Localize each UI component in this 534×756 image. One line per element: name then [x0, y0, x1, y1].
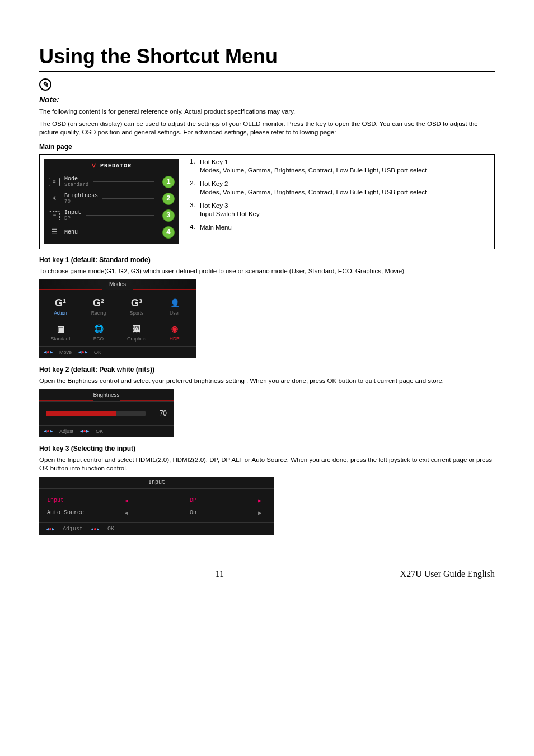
mode-icon: ≡	[49, 178, 60, 186]
joystick-ok-icon	[91, 526, 100, 533]
brightness-foot-adjust: Adjust	[59, 428, 73, 434]
input-value: DP	[133, 497, 253, 503]
note-icon: ✎	[39, 78, 51, 91]
brightness-value: 70	[151, 409, 167, 417]
mode-hdr-label: HDR	[157, 336, 193, 342]
brightness-icon: ☀	[49, 194, 60, 203]
mainpage-figure: ᐯ PREDATOR ≡ ModeStandard 1 ☀ Brightness…	[39, 154, 495, 249]
hk4-num: 4.	[190, 223, 200, 232]
joystick-adjust-icon	[44, 428, 53, 435]
joystick-ok-icon	[78, 349, 87, 356]
osd-input-label: Input	[64, 209, 81, 216]
input-foot-adjust: Adjust	[63, 526, 83, 532]
brightness-panel: Brightness 70 Adjust OK	[39, 389, 174, 437]
callout-3: 3	[162, 209, 175, 222]
mode-action-label: Action	[43, 310, 78, 316]
input-row-input[interactable]: Input ◀ DP ▶	[39, 494, 274, 507]
joystick-ok-icon	[80, 428, 89, 435]
mode-standard-icon: ▣	[43, 323, 78, 335]
intro-text-1: The following content is for general ref…	[39, 108, 495, 116]
hk2-heading: Hot key 2 (default: Peak white (nits))	[39, 366, 495, 374]
osd-row-menu[interactable]: ☰ Menu 4	[44, 224, 179, 241]
arrow-right-icon[interactable]: ▶	[253, 497, 266, 504]
mode-sports[interactable]: G³Sports	[118, 295, 156, 318]
osd-mode-value: Standard	[64, 182, 88, 188]
callout-2: 2	[162, 193, 175, 205]
callout-4: 4	[162, 226, 175, 239]
osd-logo: PREDATOR	[100, 163, 132, 169]
osd-row-input[interactable]: ⋯ InputDP 3	[44, 207, 179, 224]
osd-mode-label: Mode	[64, 176, 88, 182]
input-label: Input	[47, 497, 120, 503]
osd-row-mode[interactable]: ≡ ModeStandard 1	[44, 174, 179, 190]
brightness-foot-ok: OK	[96, 428, 103, 434]
menu-icon: ☰	[49, 228, 60, 236]
brightness-slider[interactable]	[46, 411, 146, 416]
hk2-num: 2.	[190, 180, 200, 197]
mode-standard[interactable]: ▣Standard	[41, 320, 79, 344]
hk1-description: To choose game mode(G1, G2, G3) which us…	[39, 267, 495, 276]
mode-eco-icon: 🌐	[81, 323, 116, 335]
input-row-autosource[interactable]: Auto Source ◀ On ▶	[39, 507, 274, 519]
mode-user-icon: 👤	[157, 297, 193, 309]
mode-graphics[interactable]: 🖼Graphics	[118, 320, 156, 344]
mode-g2-icon: G²	[81, 297, 116, 309]
mode-hdr[interactable]: ◉HDR	[156, 320, 194, 344]
hk1-heading: Hot key 1 (default: Standard mode)	[39, 256, 495, 264]
osd-main-panel: ᐯ PREDATOR ≡ ModeStandard 1 ☀ Brightness…	[44, 159, 179, 244]
hk3-title: Hot Key 3	[200, 202, 489, 211]
modes-panel-title: Modes	[39, 279, 196, 290]
hk1-num: 1.	[190, 158, 200, 175]
page-title: Using the Shortcut Menu	[39, 45, 495, 72]
hk2-desc: Modes, Volume, Gamma, Brightness, Contra…	[200, 188, 489, 197]
mode-g3-icon: G³	[119, 297, 154, 309]
mode-graphics-icon: 🖼	[119, 323, 154, 335]
input-panel: Input Input ◀ DP ▶ Auto Source ◀ On ▶ Ad…	[39, 477, 274, 535]
hk3-heading: Hot key 3 (Selecting the input)	[39, 445, 495, 452]
osd-brightness-label: Brightness	[64, 193, 98, 199]
hk1-desc: Modes, Volume, Gamma, Brightness, Contra…	[200, 166, 489, 175]
mode-racing-label: Racing	[81, 310, 116, 316]
mode-eco[interactable]: 🌐ECO	[79, 320, 118, 344]
modes-foot-move: Move	[59, 349, 72, 355]
arrow-left-icon[interactable]: ◀	[120, 497, 133, 504]
joystick-move-icon	[44, 349, 53, 356]
mainpage-heading: Main page	[39, 143, 495, 151]
mode-user-label: User	[157, 310, 193, 316]
mode-sports-label: Sports	[119, 310, 154, 316]
input-panel-title: Input	[39, 477, 274, 489]
input-icon: ⋯	[49, 211, 60, 220]
hk3-num: 3.	[190, 202, 200, 219]
osd-menu-label: Menu	[64, 229, 78, 235]
joystick-adjust-icon	[46, 526, 55, 533]
modes-panel: Modes G¹Action G²Racing G³Sports 👤User ▣…	[39, 279, 196, 358]
osd-row-brightness[interactable]: ☀ Brightness70 2	[44, 190, 179, 207]
hk3-desc: Input Switch Hot Key	[200, 210, 489, 219]
intro-text-2: The OSD (on screen display) can be used …	[39, 120, 495, 137]
callout-1: 1	[162, 176, 175, 188]
osd-brightness-value: 70	[64, 199, 98, 204]
input-foot-ok: OK	[107, 526, 114, 532]
mode-eco-label: ECO	[81, 336, 116, 342]
note-label: Note:	[39, 95, 495, 104]
hk2-description: Open the Brightness control and select y…	[39, 377, 495, 386]
page-footer: 11 X27U User Guide English	[39, 569, 495, 579]
hk3-description: Open the Input control and select HDMI1(…	[39, 456, 495, 473]
arrow-right-icon[interactable]: ▶	[253, 510, 266, 516]
modes-foot-ok: OK	[94, 349, 101, 355]
autosource-value: On	[133, 510, 253, 516]
hk4-title: Main Menu	[200, 223, 489, 232]
page-number: 11	[216, 569, 224, 579]
osd-input-value: DP	[64, 216, 81, 221]
mode-standard-label: Standard	[43, 336, 78, 342]
mode-g1-icon: G¹	[43, 297, 78, 309]
mode-action[interactable]: G¹Action	[41, 295, 79, 318]
mode-hdr-icon: ◉	[157, 323, 193, 335]
guide-title: X27U User Guide English	[400, 569, 495, 579]
autosource-label: Auto Source	[47, 510, 120, 516]
mode-user[interactable]: 👤User	[156, 295, 194, 318]
hk1-title: Hot Key 1	[200, 158, 489, 167]
mode-racing[interactable]: G²Racing	[79, 295, 118, 318]
arrow-left-icon[interactable]: ◀	[120, 510, 133, 516]
mode-graphics-label: Graphics	[119, 336, 154, 342]
